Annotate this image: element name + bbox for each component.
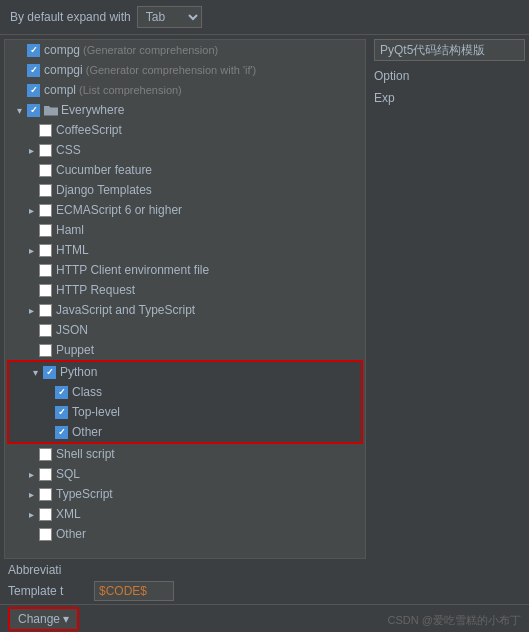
tree-item-everywhere[interactable]: Everywhere <box>5 100 365 120</box>
comment-compg: (Generator comprehension) <box>80 44 218 56</box>
tree-item-html[interactable]: HTML <box>5 240 365 260</box>
checkbox-python[interactable] <box>43 366 56 379</box>
checkbox-http-client[interactable] <box>39 264 52 277</box>
tree-item-python-other[interactable]: Other <box>9 422 361 442</box>
tree-item-shell[interactable]: Shell script <box>5 444 365 464</box>
left-column: compg (Generator comprehension) compgi (… <box>0 35 370 632</box>
tree-item-python-top[interactable]: Top-level <box>9 402 361 422</box>
checkbox-coffeescript[interactable] <box>39 124 52 137</box>
checkbox-django[interactable] <box>39 184 52 197</box>
tree-item-coffeescript[interactable]: CoffeeScript <box>5 120 365 140</box>
expand-select[interactable]: Tab Space Enter <box>137 6 202 28</box>
tree-item-other[interactable]: Other <box>5 524 365 544</box>
tree-item-python[interactable]: Python <box>9 362 361 382</box>
abbreviation-row: Abbreviati <box>8 563 362 577</box>
label-python-other: Other <box>72 425 102 439</box>
tree-item-django[interactable]: Django Templates <box>5 180 365 200</box>
checkbox-ecma[interactable] <box>39 204 52 217</box>
content-area: compg (Generator comprehension) compgi (… <box>0 35 529 632</box>
tree-item-typescript[interactable]: TypeScript <box>5 484 365 504</box>
tree-item-compl[interactable]: compl (List comprehension) <box>5 80 365 100</box>
label-jsts: JavaScript and TypeScript <box>56 303 195 317</box>
label-shell: Shell script <box>56 447 115 461</box>
tree-item-compgi[interactable]: compgi (Generator comprehension with 'if… <box>5 60 365 80</box>
checkbox-xml[interactable] <box>39 508 52 521</box>
label-django: Django Templates <box>56 183 152 197</box>
checkbox-puppet[interactable] <box>39 344 52 357</box>
tree-item-json[interactable]: JSON <box>5 320 365 340</box>
change-label: Change <box>18 612 60 626</box>
checkbox-everywhere[interactable] <box>27 104 40 117</box>
checkbox-compl[interactable] <box>27 84 40 97</box>
tree-container[interactable]: compg (Generator comprehension) compgi (… <box>4 39 366 559</box>
top-bar: By default expand with Tab Space Enter <box>0 0 529 35</box>
checkbox-cucumber[interactable] <box>39 164 52 177</box>
label-python-class: Class <box>72 385 102 399</box>
label-python-top: Top-level <box>72 405 120 419</box>
checkbox-typescript[interactable] <box>39 488 52 501</box>
python-highlight-box: Python Class Top-level <box>7 360 363 444</box>
arrow-ecma[interactable] <box>25 204 37 216</box>
label-css: CSS <box>56 143 81 157</box>
checkbox-python-class[interactable] <box>55 386 68 399</box>
label-haml: Haml <box>56 223 84 237</box>
checkbox-html[interactable] <box>39 244 52 257</box>
label-puppet: Puppet <box>56 343 94 357</box>
watermark: CSDN @爱吃雪糕的小布丁 <box>388 613 521 628</box>
arrow-html[interactable] <box>25 244 37 256</box>
option-label: Option <box>374 69 525 83</box>
tree-item-ecma[interactable]: ECMAScript 6 or higher <box>5 200 365 220</box>
comment-compgi: (Generator comprehension with 'if') <box>83 64 257 76</box>
tree-item-cucumber[interactable]: Cucumber feature <box>5 160 365 180</box>
tree-item-xml[interactable]: XML <box>5 504 365 524</box>
expand-label: By default expand with <box>10 10 131 24</box>
tree-item-http-request[interactable]: HTTP Request <box>5 280 365 300</box>
tree-item-sql[interactable]: SQL <box>5 464 365 484</box>
code-input[interactable] <box>94 581 174 601</box>
label-python: Python <box>60 365 97 379</box>
comment-compl: (List comprehension) <box>76 84 182 96</box>
label-xml: XML <box>56 507 81 521</box>
arrow-sql[interactable] <box>25 468 37 480</box>
arrow-typescript[interactable] <box>25 488 37 500</box>
checkbox-shell[interactable] <box>39 448 52 461</box>
tree-item-python-class[interactable]: Class <box>9 382 361 402</box>
checkbox-compgi[interactable] <box>27 64 40 77</box>
label-compgi: compgi <box>44 63 83 77</box>
label-coffeescript: CoffeeScript <box>56 123 122 137</box>
checkbox-other[interactable] <box>39 528 52 541</box>
template-label: Template t <box>8 584 88 598</box>
label-compg: compg <box>44 43 80 57</box>
label-everywhere: Everywhere <box>61 103 124 117</box>
checkbox-sql[interactable] <box>39 468 52 481</box>
abbreviation-label: Abbreviati <box>8 563 88 577</box>
tree-item-compg[interactable]: compg (Generator comprehension) <box>5 40 365 60</box>
tree-item-http-client[interactable]: HTTP Client environment file <box>5 260 365 280</box>
label-compl: compl <box>44 83 76 97</box>
checkbox-python-top[interactable] <box>55 406 68 419</box>
folder-icon-everywhere <box>44 103 58 117</box>
tree-item-jsts[interactable]: JavaScript and TypeScript <box>5 300 365 320</box>
checkbox-css[interactable] <box>39 144 52 157</box>
checkbox-jsts[interactable] <box>39 304 52 317</box>
tree-item-css[interactable]: CSS <box>5 140 365 160</box>
tree-item-puppet[interactable]: Puppet <box>5 340 365 360</box>
label-http-client: HTTP Client environment file <box>56 263 209 277</box>
checkbox-json[interactable] <box>39 324 52 337</box>
arrow-xml[interactable] <box>25 508 37 520</box>
checkbox-http-request[interactable] <box>39 284 52 297</box>
template-name-input[interactable] <box>374 39 525 61</box>
arrow-everywhere[interactable] <box>13 104 25 116</box>
change-button[interactable]: Change ▾ <box>8 607 79 631</box>
checkbox-haml[interactable] <box>39 224 52 237</box>
label-cucumber: Cucumber feature <box>56 163 152 177</box>
template-row: Template t <box>8 581 362 601</box>
tree-item-haml[interactable]: Haml <box>5 220 365 240</box>
label-other: Other <box>56 527 86 541</box>
arrow-python[interactable] <box>29 366 41 378</box>
label-html: HTML <box>56 243 89 257</box>
arrow-jsts[interactable] <box>25 304 37 316</box>
arrow-css[interactable] <box>25 144 37 156</box>
checkbox-compg[interactable] <box>27 44 40 57</box>
checkbox-python-other[interactable] <box>55 426 68 439</box>
